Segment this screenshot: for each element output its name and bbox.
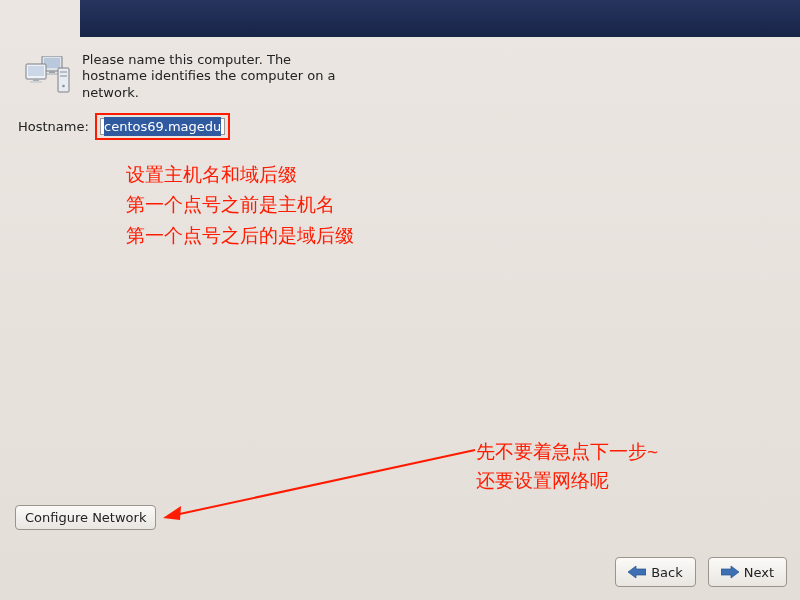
annotation-arrow xyxy=(155,445,485,525)
annotation-next: 先不要着急点下一步~ 还要设置网络呢 xyxy=(476,438,658,495)
svg-rect-10 xyxy=(60,75,67,77)
hostname-row: Hostname: centos69.magedu xyxy=(18,113,230,140)
button-label: Configure Network xyxy=(25,510,146,525)
svg-rect-7 xyxy=(30,81,42,83)
svg-rect-3 xyxy=(46,73,58,75)
svg-rect-5 xyxy=(28,66,44,76)
svg-marker-13 xyxy=(163,506,181,520)
annotation-line: 先不要着急点下一步~ xyxy=(476,438,658,467)
svg-marker-15 xyxy=(721,566,739,578)
svg-rect-6 xyxy=(33,79,39,81)
configure-network-button[interactable]: Configure Network xyxy=(15,505,156,530)
button-label: Next xyxy=(744,565,774,580)
hostname-highlight-box: centos69.magedu xyxy=(95,113,230,140)
arrow-left-icon xyxy=(628,565,646,579)
annotation-line: 还要设置网络呢 xyxy=(476,467,658,496)
hostname-label: Hostname: xyxy=(18,119,89,134)
svg-point-11 xyxy=(62,85,65,88)
annotation-line: 第一个点号之前是主机名 xyxy=(126,190,354,220)
svg-marker-14 xyxy=(628,566,646,578)
next-button[interactable]: Next xyxy=(708,557,787,587)
top-banner xyxy=(80,0,800,37)
button-label: Back xyxy=(651,565,683,580)
svg-line-12 xyxy=(175,450,475,515)
network-computers-icon xyxy=(24,56,72,96)
svg-rect-9 xyxy=(60,71,67,73)
svg-rect-2 xyxy=(49,71,55,73)
nav-bar: Back Next xyxy=(615,557,787,587)
annotation-hostname: 设置主机名和域后缀 第一个点号之前是主机名 第一个点号之后的是域后缀 xyxy=(126,160,354,251)
back-button[interactable]: Back xyxy=(615,557,696,587)
arrow-right-icon xyxy=(721,565,739,579)
instruction-text: Please name this computer. The hostname … xyxy=(82,52,342,101)
annotation-line: 设置主机名和域后缀 xyxy=(126,160,354,190)
hostname-input[interactable]: centos69.magedu xyxy=(100,118,225,135)
annotation-line: 第一个点号之后的是域后缀 xyxy=(126,221,354,251)
